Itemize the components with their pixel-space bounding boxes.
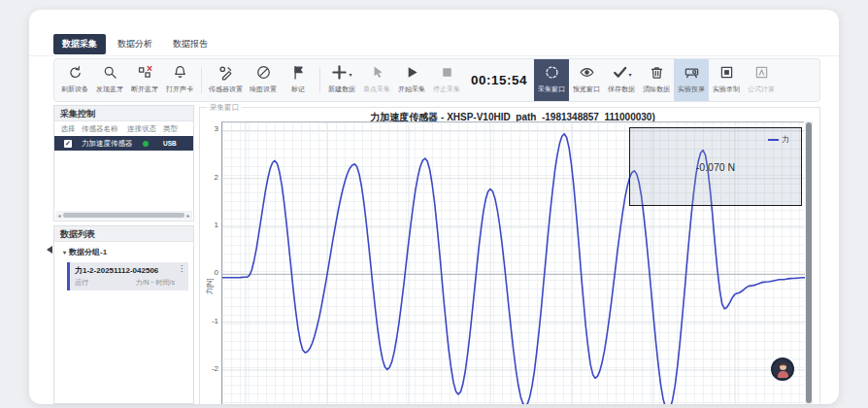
chevron-down-icon: ▾ xyxy=(63,249,66,255)
dashed-circle-icon xyxy=(544,64,560,85)
sensor-pen-icon xyxy=(217,64,234,85)
sensor-table-hscrollbar[interactable]: ◂ ▸ xyxy=(55,211,192,220)
new-data-button[interactable]: ▾新建数据 xyxy=(324,59,359,101)
status-dot-icon xyxy=(143,141,149,147)
col-status: 连接状态 xyxy=(127,124,163,134)
start-acquisition-button[interactable]: 开始采集 xyxy=(394,59,429,101)
preview-window-button[interactable]: 预览窗口 xyxy=(569,59,604,101)
tab-data-acquisition[interactable]: 数据采集 xyxy=(53,34,106,54)
formula-frame-icon xyxy=(753,64,770,85)
clear-data-label: 清除数据 xyxy=(643,85,670,94)
chart-vscrollbar[interactable] xyxy=(805,121,813,404)
main-tabs: 数据采集 数据分析 数据报告 xyxy=(53,34,217,54)
preview-window-label: 预览窗口 xyxy=(573,85,600,94)
stop-acquisition-button[interactable]: 停止采集 xyxy=(429,59,464,101)
experiment-cast-label: 实验投屏 xyxy=(678,85,705,94)
sensor-settings-label: 传感器设置 xyxy=(209,85,243,94)
flag-icon xyxy=(290,64,307,85)
toolbar-separator xyxy=(319,67,320,93)
record-frame-icon xyxy=(718,64,735,85)
y-axis-tick: 2 xyxy=(199,173,218,182)
disconnect-bluetooth-label: 断开蓝牙 xyxy=(131,85,158,94)
y-axis-label: 力[N] xyxy=(205,278,215,294)
col-sensor-name: 传感器名称 xyxy=(82,124,127,134)
clear-data-button[interactable]: 清除数据 xyxy=(639,59,674,101)
acquisition-chart-group: 采集窗口 力加速度传感器 - XHSP-V10HID_path_-1981348… xyxy=(199,101,820,404)
data-list-panel: 数据列表 ▾ 数据分组-1 力1-2-20251112-042506 ⋮ 运行 … xyxy=(53,225,194,404)
sensor-type: USB xyxy=(163,140,186,147)
experiment-record-button[interactable]: 实验录制 xyxy=(709,59,744,101)
open-soundcard-button[interactable]: 打开声卡 xyxy=(162,59,197,101)
capture-window-button[interactable]: 采集窗口 xyxy=(534,59,569,101)
bluetooth-off-icon xyxy=(137,64,153,85)
sensor-checkbox[interactable]: ✓ xyxy=(64,140,72,148)
projector-icon xyxy=(684,64,700,85)
refresh-device-label: 刷新设备 xyxy=(61,85,88,94)
tab-data-report[interactable]: 数据报告 xyxy=(164,34,217,54)
y-axis-tick: -2 xyxy=(199,364,218,373)
refresh-icon xyxy=(67,64,83,85)
experiment-cast-button[interactable]: 实验投屏 xyxy=(674,59,709,101)
data-group-label: 数据分组-1 xyxy=(69,247,107,257)
legend-label: 力 xyxy=(782,134,789,145)
eye-icon xyxy=(579,64,595,85)
mark-label: 标记 xyxy=(291,85,305,94)
single-point-acquire-button[interactable]: 单点采集 xyxy=(359,59,394,101)
data-record-item[interactable]: 力1-2-20251112-042506 ⋮ 运行 力/N－时间/s xyxy=(67,262,188,290)
kebab-menu-icon[interactable]: ⋮ xyxy=(178,265,185,273)
plot-settings-button[interactable]: 绘图设置 xyxy=(246,59,281,101)
sensor-name: 力加速度传感器 xyxy=(82,139,127,149)
assistant-avatar-button[interactable] xyxy=(771,357,794,381)
acquisition-control-panel: 采集控制 选择 传感器名称 连接状态 类型 ✓力加速度传感器USB ◂ ▸ xyxy=(53,105,194,221)
y-axis-tick: 3 xyxy=(199,124,218,133)
refresh-device-button[interactable]: 刷新设备 xyxy=(57,59,92,101)
stop-acquisition-label: 停止采集 xyxy=(433,85,460,94)
plot-settings-label: 绘图设置 xyxy=(250,85,277,94)
data-group-row[interactable]: ▾ 数据分组-1 xyxy=(54,242,193,260)
open-soundcard-label: 打开声卡 xyxy=(166,85,193,94)
sensor-table-header: 选择 传感器名称 连接状态 类型 xyxy=(54,121,193,136)
new-data-label: 新建数据 xyxy=(328,85,355,94)
y-axis-tick: 0 xyxy=(199,268,218,277)
chevron-down-icon[interactable]: ▾ xyxy=(629,71,632,78)
single-point-acquire-label: 单点采集 xyxy=(363,85,390,94)
avatar-face-icon xyxy=(780,363,786,370)
hscroll-thumb[interactable] xyxy=(63,213,184,218)
tab-data-analysis[interactable]: 数据分析 xyxy=(109,34,161,54)
circle-pen-icon xyxy=(255,64,272,85)
vscroll-thumb[interactable] xyxy=(806,122,812,403)
app-window: 数据采集 数据分析 数据报告 刷新设备发现蓝牙断开蓝牙打开声卡传感器设置绘图设置… xyxy=(29,10,839,404)
y-axis-tick: 1 xyxy=(199,221,218,229)
sensor-table-row[interactable]: ✓力加速度传感器USB xyxy=(54,136,193,151)
formula-calc-label: 公式计算 xyxy=(748,85,775,94)
data-record-title: 力1-2-20251112-042506 xyxy=(75,265,184,276)
start-acquisition-label: 开始采集 xyxy=(398,85,425,94)
plus-icon xyxy=(331,64,348,85)
toolbar-separator xyxy=(201,67,202,93)
col-type: 类型 xyxy=(163,124,186,134)
mark-button[interactable]: 标记 xyxy=(281,59,316,101)
disconnect-bluetooth-button[interactable]: 断开蓝牙 xyxy=(127,59,162,101)
save-data-label: 保存数据 xyxy=(608,85,635,94)
measurement-annotation: -0.070 N xyxy=(696,161,735,173)
capture-window-label: 采集窗口 xyxy=(538,85,565,94)
legend-line-swatch xyxy=(768,139,779,141)
chevron-down-icon[interactable]: ▾ xyxy=(349,71,351,78)
chart-legend: 力 xyxy=(768,134,789,145)
sidebar-collapse-handle[interactable] xyxy=(47,246,52,254)
bell-icon xyxy=(172,64,188,85)
avatar-body-icon xyxy=(778,371,788,378)
acquisition-control-title: 采集控制 xyxy=(54,106,193,121)
col-select: 选择 xyxy=(54,124,82,134)
save-data-button[interactable]: ▾保存数据 xyxy=(604,59,639,101)
data-record-status: 运行 xyxy=(75,278,88,288)
formula-calc-button[interactable]: 公式计算 xyxy=(744,59,779,101)
play-icon xyxy=(404,64,420,85)
scroll-right-icon[interactable]: ▸ xyxy=(184,212,192,219)
stop-icon xyxy=(439,64,455,85)
tabs-divider xyxy=(29,55,839,56)
data-record-axes: 力/N－时间/s xyxy=(136,278,175,288)
discover-bluetooth-button[interactable]: 发现蓝牙 xyxy=(92,59,127,101)
scroll-left-icon[interactable]: ◂ xyxy=(55,212,63,219)
sensor-settings-button[interactable]: 传感器设置 xyxy=(206,59,246,101)
